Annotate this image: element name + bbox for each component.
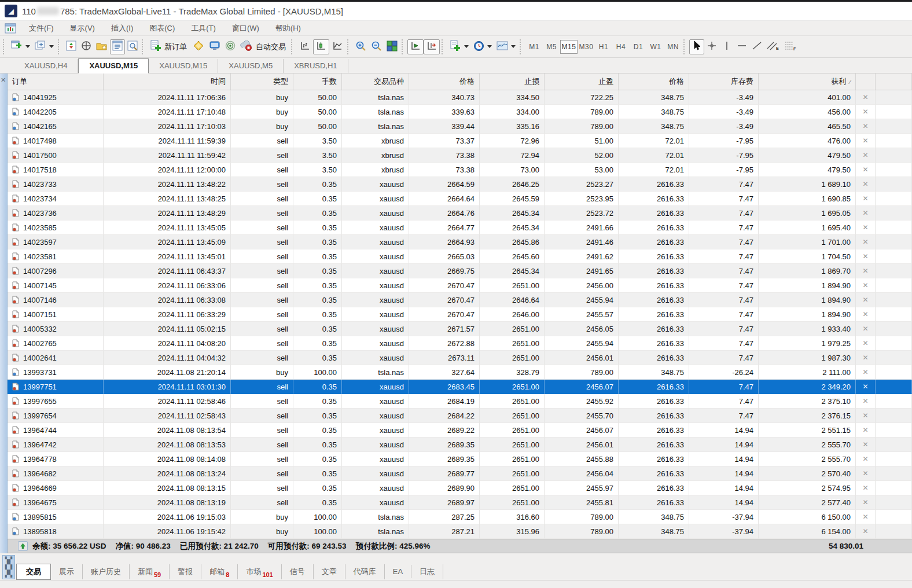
terminal-tab-8[interactable]: 文章 xyxy=(314,564,345,579)
trade-row[interactable]: 140072962024.11.11 06:43:37sell0.35xauus… xyxy=(8,264,912,278)
horizontal-line-button[interactable] xyxy=(734,39,749,54)
templates-dropdown-icon[interactable] xyxy=(511,45,516,48)
panel-close-icon[interactable]: ✕ xyxy=(1,77,6,83)
periods-dropdown-icon[interactable] xyxy=(487,45,492,48)
close-position-button[interactable]: ✕ xyxy=(856,249,876,264)
timeframe-m1-button[interactable]: M1 xyxy=(525,40,543,54)
terminal-button[interactable] xyxy=(110,39,125,54)
close-position-button[interactable]: ✕ xyxy=(856,394,876,409)
timeframe-w1-button[interactable]: W1 xyxy=(647,40,664,54)
column-header-time[interactable]: 时间 xyxy=(104,74,231,90)
trade-row[interactable]: 139976542024.11.11 02:58:43sell0.35xauus… xyxy=(8,409,912,423)
close-position-button[interactable]: ✕ xyxy=(856,510,876,524)
trade-row[interactable]: 140422052024.11.11 17:10:48buy50.00tsla.… xyxy=(8,105,912,119)
column-header-sl[interactable]: 止损 xyxy=(480,74,545,90)
column-header-tp[interactable]: 止盈 xyxy=(545,74,619,90)
menu-item-2[interactable]: 插入(I) xyxy=(103,21,141,35)
column-header-swap[interactable]: 库存费 xyxy=(689,74,759,90)
line-chart-button[interactable] xyxy=(329,39,345,54)
close-position-button[interactable]: ✕ xyxy=(856,452,876,466)
navigator-button[interactable] xyxy=(94,39,110,54)
close-position-button[interactable]: ✕ xyxy=(856,177,876,192)
column-header-price[interactable]: 价格 xyxy=(409,74,480,90)
close-position-button[interactable]: ✕ xyxy=(856,423,876,438)
close-position-button[interactable]: ✕ xyxy=(856,322,876,336)
trade-row[interactable]: 138958182024.11.06 19:15:42buy100.00tsla… xyxy=(8,524,912,539)
close-position-button[interactable]: ✕ xyxy=(856,524,876,539)
menu-item-4[interactable]: 工具(T) xyxy=(183,21,224,35)
panel-docking-edge[interactable]: ✕ xyxy=(0,74,8,553)
chart-tab-1[interactable]: XAUUSD,M15 xyxy=(78,58,149,74)
trade-row[interactable]: 139647782024.11.08 08:14:08sell0.35xauus… xyxy=(8,452,912,466)
column-header-lots[interactable]: 手数 xyxy=(293,74,342,90)
trade-row[interactable]: 140237342024.11.11 13:48:25sell0.35xauus… xyxy=(8,192,912,206)
close-position-button[interactable]: ✕ xyxy=(856,307,876,322)
close-position-button[interactable]: ✕ xyxy=(856,220,876,235)
trade-row[interactable]: 138958152024.11.06 19:15:03buy100.00tsla… xyxy=(8,510,912,524)
tile-windows-button[interactable] xyxy=(384,39,400,54)
candlestick-chart-button[interactable] xyxy=(313,39,329,54)
profiles-button[interactable] xyxy=(32,39,56,54)
new-chart-button[interactable] xyxy=(9,39,32,54)
docked-panel-grip[interactable]: ▚▞▞▚▚▞▞▚ xyxy=(1,563,16,580)
trade-row[interactable]: 140237332024.11.11 13:48:22sell0.35xauus… xyxy=(8,177,912,192)
column-header-symbol[interactable]: 交易品种 xyxy=(342,74,409,90)
column-header-profit[interactable]: 获利∕ xyxy=(759,74,856,90)
trade-row[interactable]: 140175182024.11.11 12:00:00sell3.50xbrus… xyxy=(8,163,912,177)
trade-row[interactable]: 139647422024.11.08 08:13:53sell0.35xauus… xyxy=(8,438,912,452)
close-position-button[interactable]: ✕ xyxy=(856,409,876,423)
close-position-button[interactable]: ✕ xyxy=(856,134,876,148)
close-position-button[interactable]: ✕ xyxy=(856,105,876,119)
chart-tab-3[interactable]: XAUUSD,M5 xyxy=(218,59,284,73)
templates-button[interactable] xyxy=(494,39,518,54)
strategy-tester-button[interactable] xyxy=(125,39,140,54)
column-header-price2[interactable]: 价格 xyxy=(619,74,689,90)
cursor-button[interactable] xyxy=(689,39,704,54)
terminal-tab-ea[interactable]: EA xyxy=(385,565,411,578)
close-position-button[interactable]: ✕ xyxy=(856,119,876,134)
autotrading-button[interactable]: 自动交易 xyxy=(238,39,289,54)
crosshair-button[interactable] xyxy=(704,39,719,54)
trade-row[interactable]: 140071512024.11.11 06:33:29sell0.35xauus… xyxy=(8,307,912,322)
close-position-button[interactable]: ✕ xyxy=(856,163,876,177)
timeframe-m15-button[interactable]: M15 xyxy=(560,40,578,54)
indicators-dropdown-icon[interactable] xyxy=(464,45,469,48)
metaeditor-button[interactable] xyxy=(190,39,207,54)
trade-row[interactable]: 140235852024.11.11 13:45:05sell0.35xauus… xyxy=(8,220,912,235)
trade-row[interactable]: 139646692024.11.08 08:13:15sell0.35xauus… xyxy=(8,481,912,495)
timeframe-d1-button[interactable]: D1 xyxy=(630,40,647,54)
bar-chart-button[interactable] xyxy=(297,39,313,54)
trade-row[interactable]: 140026412024.11.11 04:04:32sell0.35xauus… xyxy=(8,351,912,365)
community-button[interactable] xyxy=(207,39,223,54)
terminal-tab-6[interactable]: 市场101 xyxy=(238,564,281,579)
chart-tab-0[interactable]: XAUUSD,H4 xyxy=(14,59,78,73)
terminal-tab-9[interactable]: 代码库 xyxy=(345,564,385,579)
close-position-button[interactable]: ✕ xyxy=(856,438,876,452)
terminal-tab-0[interactable]: 交易 xyxy=(16,564,51,580)
menu-item-3[interactable]: 图表(C) xyxy=(141,21,183,35)
terminal-tab-2[interactable]: 账户历史 xyxy=(83,564,130,579)
terminal-tab-3[interactable]: 新闻59 xyxy=(130,564,170,579)
new-chart-dropdown-icon[interactable] xyxy=(25,45,30,48)
close-position-button[interactable]: ✕ xyxy=(856,206,876,220)
fibonacci-retracement-button[interactable]: F xyxy=(782,39,799,54)
close-position-button[interactable]: ✕ xyxy=(856,235,876,249)
trade-row[interactable]: 140071452024.11.11 06:33:06sell0.35xauus… xyxy=(8,278,912,293)
menu-item-0[interactable]: 文件(F) xyxy=(21,21,62,35)
data-window-button[interactable] xyxy=(79,39,94,54)
timeframe-m5-button[interactable]: M5 xyxy=(543,40,560,54)
chart-shift-button[interactable] xyxy=(424,39,440,54)
close-position-button[interactable]: ✕ xyxy=(856,293,876,307)
profiles-dropdown-icon[interactable] xyxy=(49,45,54,48)
close-position-button[interactable]: ✕ xyxy=(856,481,876,495)
terminal-tab-1[interactable]: 展示 xyxy=(51,564,83,579)
close-position-button[interactable]: ✕ xyxy=(856,278,876,293)
trade-row[interactable]: 139646752024.11.08 08:13:19sell0.35xauus… xyxy=(8,495,912,510)
column-header-order[interactable]: 订单 xyxy=(8,74,104,90)
close-position-button[interactable]: ✕ xyxy=(856,380,876,394)
zoom-in-button[interactable] xyxy=(353,39,369,54)
trade-row[interactable]: 140071462024.11.11 06:33:08sell0.35xauus… xyxy=(8,293,912,307)
timeframe-h4-button[interactable]: H4 xyxy=(612,40,630,54)
close-position-button[interactable]: ✕ xyxy=(856,466,876,481)
terminal-tab-4[interactable]: 警报 xyxy=(170,564,201,579)
